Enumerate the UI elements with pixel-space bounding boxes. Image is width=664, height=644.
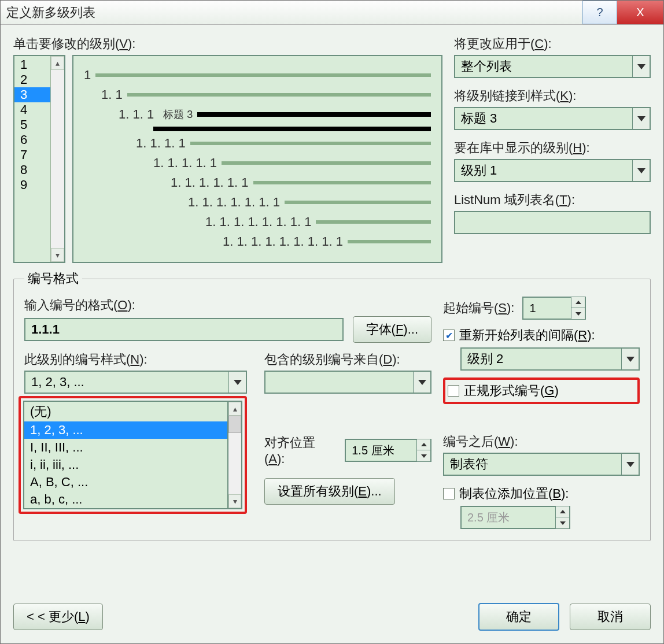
num-style-combo[interactable]: 1, 2, 3, ... — [24, 371, 247, 394]
chevron-down-icon[interactable] — [621, 454, 639, 475]
tab-pos-spinner: 2.5 厘米 — [460, 506, 570, 529]
scroll-down-icon[interactable]: ▾ — [51, 248, 64, 262]
spin-up-icon — [555, 506, 569, 517]
align-at-spinner[interactable]: 1.5 厘米 — [345, 439, 431, 462]
listnum-label: ListNum 域列表名(T): — [454, 191, 651, 209]
spin-down-icon[interactable] — [571, 308, 585, 319]
follow-label: 编号之后(W): — [443, 433, 640, 450]
level-item[interactable]: 7 — [14, 147, 50, 162]
preview-row: 1. 1. 1. 1. 1. 1. 1 — [84, 195, 431, 210]
titlebar: 定义新多级列表 ? X — [1, 1, 663, 25]
close-button[interactable]: X — [617, 1, 663, 24]
preview-row: 1. 1 — [84, 87, 431, 102]
preview-row: 1. 1. 1. 1. 1. 1. 1. 1. 1 — [84, 234, 431, 249]
scroll-down-icon[interactable]: ▾ — [228, 494, 241, 508]
set-all-levels-button[interactable]: 设置所有级别(E)... — [264, 478, 395, 505]
scroll-up-icon[interactable]: ▴ — [228, 402, 241, 416]
level-item[interactable]: 5 — [14, 117, 50, 132]
dropdown-option[interactable]: i, ii, iii, ... — [24, 456, 227, 473]
preview-row — [84, 127, 431, 131]
enter-format-label: 输入编号的格式(O): — [24, 297, 431, 314]
dropdown-scrollbar[interactable]: ▴ ▾ — [228, 401, 242, 509]
dropdown-option[interactable]: I, II, III, ... — [24, 439, 227, 456]
number-format-group: 编号格式 输入编号的格式(O): 1.1.1 字体(F)... 此级别的编号样式… — [13, 270, 651, 541]
tab-add-checkbox[interactable]: 制表位添加位置(B): — [443, 485, 640, 502]
align-at-label: 对齐位置(A): — [264, 434, 335, 467]
number-format-legend: 编号格式 — [24, 270, 82, 287]
level-item[interactable]: 4 — [14, 102, 50, 117]
legal-checkbox[interactable]: 正规形式编号(G) — [448, 382, 635, 399]
include-from-label: 包含的级别编号来自(D): — [264, 351, 431, 368]
follow-combo[interactable]: 制表符 — [443, 453, 640, 476]
dropdown-option[interactable]: 1, 2, 3, ... — [24, 421, 227, 439]
show-level-combo[interactable]: 级别 1 — [454, 159, 651, 182]
dropdown-option[interactable]: a, b, c, ... — [24, 491, 227, 508]
cancel-button[interactable]: 取消 — [570, 604, 651, 630]
preview-row: 1. 1. 1标题 3 — [84, 107, 431, 122]
preview-row: 1. 1. 1. 1. 1. 1. 1. 1 — [84, 214, 431, 230]
dialog-button-bar: < < 更少(L) 确定 取消 — [1, 594, 663, 643]
num-style-label: 此级别的编号样式(N): — [24, 351, 247, 368]
checkbox-icon — [448, 385, 459, 397]
click-level-label: 单击要修改的级别(V): — [13, 35, 442, 53]
spin-down-icon[interactable] — [416, 450, 430, 461]
include-from-combo[interactable] — [264, 371, 431, 394]
listnum-input[interactable] — [454, 211, 651, 234]
chevron-down-icon[interactable] — [632, 108, 650, 129]
start-at-spinner[interactable]: 1 — [522, 297, 586, 320]
font-button[interactable]: 字体(F)... — [353, 316, 431, 343]
level-item[interactable]: 6 — [14, 132, 50, 147]
spin-up-icon[interactable] — [571, 297, 585, 308]
less-button[interactable]: < < 更少(L) — [13, 604, 103, 630]
level-list-scrollbar[interactable]: ▴ ▾ — [50, 56, 64, 262]
level-item[interactable]: 9 — [14, 177, 50, 193]
preview-row: 1. 1. 1. 1. 1 — [84, 156, 431, 171]
level-item[interactable]: 1 — [14, 57, 50, 72]
restart-level-combo[interactable]: 级别 2 — [460, 347, 640, 371]
num-style-dropdown-list[interactable]: (无)1, 2, 3, ...I, II, III, ...i, ii, iii… — [23, 401, 228, 509]
dialog-title: 定义新多级列表 — [6, 4, 95, 21]
preview-row: 1 — [84, 68, 431, 83]
link-style-label: 将级别链接到样式(K): — [454, 87, 651, 105]
dialog-window: 定义新多级列表 ? X 单击要修改的级别(V): 123456789 ▴ ▾ — [0, 0, 664, 644]
number-format-input[interactable]: 1.1.1 — [24, 318, 344, 341]
apply-to-label: 将更改应用于(C): — [454, 35, 651, 53]
dropdown-option[interactable]: A, B, C, ... — [24, 473, 227, 491]
chevron-down-icon[interactable] — [228, 372, 246, 393]
level-item[interactable]: 8 — [14, 162, 50, 177]
checkbox-icon — [443, 488, 455, 499]
help-button[interactable]: ? — [582, 1, 617, 24]
apply-to-combo[interactable]: 整个列表 — [454, 55, 651, 78]
chevron-down-icon[interactable] — [632, 160, 650, 181]
chevron-down-icon[interactable] — [621, 349, 639, 369]
chevron-down-icon[interactable] — [413, 372, 430, 393]
scroll-thumb[interactable] — [228, 416, 241, 433]
restart-checkbox[interactable]: ✔ 重新开始列表的间隔(R): — [443, 327, 640, 344]
scroll-up-icon[interactable]: ▴ — [51, 56, 64, 70]
level-item[interactable]: 3 — [14, 87, 50, 102]
checkbox-icon: ✔ — [443, 330, 455, 341]
preview-row: 1. 1. 1. 1. 1. 1 — [84, 175, 431, 190]
ok-button[interactable]: 确定 — [478, 603, 559, 631]
preview-pane: 11. 11. 1. 1标题 31. 1. 1. 11. 1. 1. 1. 11… — [72, 55, 442, 263]
show-level-label: 要在库中显示的级别(H): — [454, 139, 651, 157]
dropdown-option[interactable]: (无) — [24, 402, 227, 421]
spin-up-icon[interactable] — [416, 439, 430, 450]
spin-down-icon — [555, 517, 569, 528]
level-item[interactable]: 2 — [14, 72, 50, 87]
preview-row: 1. 1. 1. 1 — [84, 136, 431, 151]
chevron-down-icon[interactable] — [632, 56, 650, 77]
level-listbox[interactable]: 123456789 ▴ ▾ — [13, 55, 65, 263]
start-at-label: 起始编号(S): — [443, 299, 514, 317]
link-style-combo[interactable]: 标题 3 — [454, 107, 651, 130]
